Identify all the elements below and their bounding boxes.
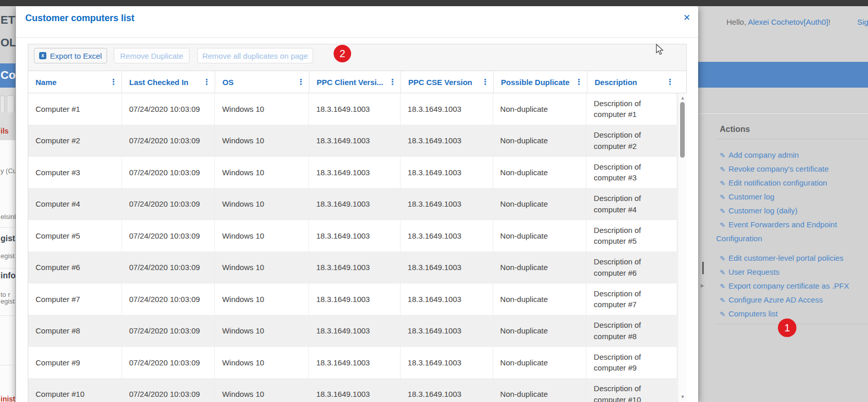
cell-ppc_cse_version: 18.3.1649.1003 xyxy=(401,315,493,347)
column-menu-icon[interactable]: ⋮ xyxy=(666,77,674,87)
background-text-fragment: ETW xyxy=(1,13,15,27)
cell-description: Description of computer #10 xyxy=(586,379,677,402)
action-link-edit-customer-level-portal-policies[interactable]: ✎Edit customer-level portal policies xyxy=(716,252,853,265)
cell-ppc_client_version: 18.3.1649.1003 xyxy=(309,125,401,157)
collapse-arrow-icon: ▶ xyxy=(701,283,704,288)
cell-ppc_client_version: 18.3.1649.1003 xyxy=(309,379,401,402)
table-row[interactable]: Computer #1007/24/2020 10:03:09Windows 1… xyxy=(28,379,677,402)
cell-os: Windows 10 xyxy=(215,379,309,402)
scroll-up-icon[interactable]: ▲ xyxy=(680,95,686,100)
remove-duplicate-button[interactable]: Remove Duplicate xyxy=(114,48,189,63)
background-text-fragment: ils xyxy=(1,127,9,135)
table-row[interactable]: Computer #507/24/2020 10:03:09Windows 10… xyxy=(28,220,677,252)
grid-vertical-scrollbar[interactable]: ▲ ▼ xyxy=(678,93,687,402)
cell-description: Description of computer #4 xyxy=(586,189,677,220)
scrollbar-thumb[interactable] xyxy=(680,102,685,158)
action-link-customer-log-daily[interactable]: ✎Customer log (daily) xyxy=(716,204,853,218)
table-row[interactable]: Computer #907/24/2020 10:03:09Windows 10… xyxy=(28,347,677,379)
export-to-excel-button[interactable]: x Export to Excel xyxy=(34,48,107,63)
background-text-fragment: y (Cu xyxy=(1,167,15,175)
table-row[interactable]: Computer #307/24/2020 10:03:09Windows 10… xyxy=(28,157,677,189)
column-menu-icon[interactable]: ⋮ xyxy=(297,77,305,87)
action-link-add-company-admin[interactable]: ✎Add company admin xyxy=(716,148,853,162)
table-row[interactable]: Computer #707/24/2020 10:03:09Windows 10… xyxy=(28,283,677,315)
action-link-configure-azure-ad-access[interactable]: ✎Configure Azure AD Access xyxy=(716,293,853,307)
cell-possible_duplicate: Non-duplicate xyxy=(493,157,587,188)
page-header-band xyxy=(698,6,868,62)
column-menu-icon[interactable]: ⋮ xyxy=(389,77,396,87)
cell-ppc_client_version: 18.3.1649.1003 xyxy=(309,157,401,188)
action-link-edit-notification-configuration[interactable]: ✎Edit notification configuration xyxy=(716,176,853,190)
action-link-label: Edit customer-level portal policies xyxy=(728,254,843,262)
column-header-name[interactable]: Name⋮ xyxy=(28,71,122,93)
cell-possible_duplicate: Non-duplicate xyxy=(493,252,587,283)
column-menu-icon[interactable]: ⋮ xyxy=(481,77,489,87)
pencil-icon: ✎ xyxy=(720,296,725,304)
column-header-last_checked_in[interactable]: Last Checked In⋮ xyxy=(122,71,215,93)
cell-ppc_cse_version: 18.3.1649.1003 xyxy=(401,93,493,125)
annotation-badge-2: 2 xyxy=(334,45,351,62)
cell-name: Computer #6 xyxy=(28,252,122,283)
action-link-customer-log[interactable]: ✎Customer log xyxy=(716,190,853,204)
column-header-possible_duplicate[interactable]: Possible Duplicate⋮ xyxy=(494,71,587,93)
customer-computers-modal: Customer computers list ✕ x Export to Ex… xyxy=(16,6,698,402)
scroll-down-icon[interactable]: ▼ xyxy=(680,394,686,399)
cell-description: Description of computer #5 xyxy=(586,220,677,252)
description-text: Description of computer #1 xyxy=(594,98,655,120)
column-header-ppc_cse_version[interactable]: PPC CSE Version⋮ xyxy=(401,71,494,93)
action-link-export-company-certificate-as-pfx[interactable]: ✎Export company certificate as .PFX xyxy=(716,279,853,293)
column-header-description[interactable]: Description⋮ xyxy=(587,71,678,93)
description-text: Description of computer #4 xyxy=(594,193,655,215)
close-icon[interactable]: ✕ xyxy=(680,12,694,25)
cell-ppc_client_version: 18.3.1649.1003 xyxy=(309,189,401,220)
column-menu-icon[interactable]: ⋮ xyxy=(575,77,583,87)
cell-last_checked_in: 07/24/2020 10:03:09 xyxy=(122,93,215,125)
action-link-label: Revoke company's certificate xyxy=(728,164,829,173)
pencil-icon: ✎ xyxy=(720,310,725,318)
cell-possible_duplicate: Non-duplicate xyxy=(493,379,587,402)
table-row[interactable]: Computer #807/24/2020 10:03:09Windows 10… xyxy=(28,315,677,347)
divider xyxy=(0,227,14,228)
column-header-ppc_client_version[interactable]: PPC Client Versi...⋮ xyxy=(309,71,401,93)
cell-ppc_cse_version: 18.3.1649.1003 xyxy=(401,220,493,252)
description-text: Description of computer #10 xyxy=(594,383,655,402)
column-header-label: Description xyxy=(595,78,637,87)
cell-possible_duplicate: Non-duplicate xyxy=(493,93,587,125)
cell-last_checked_in: 07/24/2020 10:03:09 xyxy=(122,220,215,252)
action-link-revoke-company-s-certificate[interactable]: ✎Revoke company's certificate xyxy=(716,162,853,176)
action-link-user-requests[interactable]: ✎User Requests xyxy=(716,265,853,279)
cell-os: Windows 10 xyxy=(215,125,309,157)
pencil-icon: ✎ xyxy=(720,282,725,290)
sign-out-link[interactable]: Sig xyxy=(857,18,868,26)
page-blue-bar xyxy=(698,62,868,88)
divider xyxy=(0,365,14,365)
action-link-label: Add company admin xyxy=(728,150,799,159)
cell-ppc_cse_version: 18.3.1649.1003 xyxy=(401,283,493,315)
table-row[interactable]: Computer #407/24/2020 10:03:09Windows 10… xyxy=(28,189,677,221)
cell-name: Computer #4 xyxy=(28,189,122,220)
column-header-os[interactable]: OS⋮ xyxy=(215,71,309,93)
cell-description: Description of computer #2 xyxy=(586,125,677,157)
description-text: Description of computer #3 xyxy=(594,161,655,183)
table-row[interactable]: Computer #107/24/2020 10:03:09Windows 10… xyxy=(28,93,677,125)
table-row[interactable]: Computer #607/24/2020 10:03:09Windows 10… xyxy=(28,252,677,284)
table-row[interactable]: Computer #207/24/2020 10:03:09Windows 10… xyxy=(28,125,677,157)
action-link-label: Export company certificate as .PFX xyxy=(728,281,849,290)
action-link-label: Event Forwarders and Endpoint Configurat… xyxy=(716,220,837,243)
background-text-fragment: info xyxy=(1,271,15,280)
remove-all-duplicates-button[interactable]: Remove all duplicates on page xyxy=(197,48,313,63)
background-artifact xyxy=(702,262,704,274)
action-link-label: Configure Azure AD Access xyxy=(728,295,823,304)
divider xyxy=(0,315,14,316)
pencil-icon: ✎ xyxy=(720,255,725,262)
action-link-event-forwarders-and-endpoint-configuration[interactable]: ✎Event Forwarders and Endpoint Configura… xyxy=(716,218,853,245)
column-menu-icon[interactable]: ⋮ xyxy=(110,77,117,87)
user-name-link[interactable]: Alexei Cochetov[Auth0] xyxy=(748,18,828,26)
pencil-icon: ✎ xyxy=(720,207,725,215)
column-menu-icon[interactable]: ⋮ xyxy=(203,77,211,87)
cell-os: Windows 10 xyxy=(215,283,309,315)
background-page-left-edge: ETWOLICocilsy (Cuelsinlgistegistinfoto r… xyxy=(0,6,15,402)
cell-last_checked_in: 07/24/2020 10:03:09 xyxy=(122,189,215,220)
description-text: Description of computer #2 xyxy=(594,129,655,152)
mouse-cursor xyxy=(656,44,664,57)
